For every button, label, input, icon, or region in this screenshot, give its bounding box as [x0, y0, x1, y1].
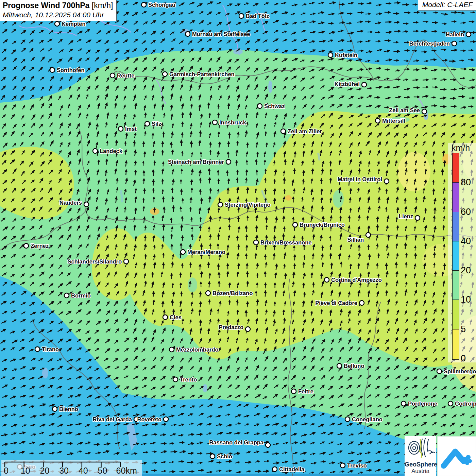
city-dot: [239, 14, 244, 18]
city-dot: [185, 32, 190, 36]
city-label: Treviso: [347, 462, 367, 469]
city-dot: [452, 41, 457, 46]
legend-label-10: 10: [461, 294, 471, 305]
legend-label-60: 60: [461, 206, 471, 217]
city-cles: Cles: [163, 314, 182, 320]
city-mezzolombardo: Mezzolombardo: [169, 346, 219, 353]
model-label: Modell: C-LAEF: [418, 0, 476, 11]
city-label: Lienz: [399, 213, 413, 219]
city-label: Nauders: [60, 200, 82, 206]
legend-seg-80: [453, 153, 459, 183]
city-label: Sillian: [347, 237, 364, 243]
city-label: Murnau am Staffelsee: [192, 31, 250, 37]
city-schlanders-silandro: Schlanders/Silandro: [67, 258, 129, 265]
city-label: Spilimbergo: [444, 368, 476, 374]
legend-seg-60: [453, 183, 459, 212]
legend-seg-5: [453, 300, 459, 329]
wind-forecast-map: SchongauBad TölzKemptenMurnau am Staffel…: [0, 0, 476, 476]
legend-title: km/h: [452, 143, 470, 153]
city-label: Schwaz: [264, 103, 285, 109]
city-reutte: Reutte: [110, 72, 134, 79]
city-label: Bozen/Bolzano: [213, 290, 253, 296]
city-label: Tirano: [42, 346, 59, 352]
legend-label-5: 5: [461, 324, 466, 334]
city-label: Bassano del Grappa: [209, 439, 264, 445]
city-silz: Silz: [145, 121, 161, 127]
city-garmisch-partenkirchen: Garmisch-Partenkirchen: [163, 71, 235, 77]
legend-label-0: 0: [461, 353, 466, 364]
city-riva-del-garda: Riva del Garda: [92, 416, 139, 422]
distance-scalebar: 0102030405060km: [1, 460, 142, 476]
city-label: Silz: [152, 121, 161, 127]
city-dot: [145, 121, 150, 126]
city-dot: [448, 401, 453, 406]
city-label: Reutte: [117, 72, 134, 79]
city-dot: [163, 72, 167, 76]
legend-seg-40: [453, 212, 459, 241]
city-dot: [254, 240, 258, 245]
city-label: Predazzo: [219, 324, 243, 330]
city-imst: Imst: [118, 126, 137, 132]
city-berchtesgaden: Berchtesgaden: [409, 40, 457, 47]
city-label: Pordenone: [408, 401, 437, 407]
city-dot: [50, 68, 55, 72]
city-dot: [291, 389, 296, 394]
city-label: Zell am See: [389, 107, 420, 113]
legend-label-80: 80: [461, 177, 471, 188]
geosphere-contour-icon: [405, 436, 436, 459]
city-trento: Trento: [173, 376, 197, 382]
city-label: Kempten: [62, 21, 86, 27]
city-feltre: Feltre: [291, 388, 313, 394]
city-label: Brixen/Bressanone: [260, 239, 311, 245]
city-dot: [324, 277, 329, 282]
city-label: Feltre: [298, 388, 313, 394]
city-dot: [118, 126, 123, 131]
city-dot: [163, 315, 168, 320]
scale-tick-10: 10: [21, 466, 30, 476]
page-title: Prognose Wind 700hPa [km/h]: [3, 1, 113, 11]
city-label: Zell am Ziller: [288, 128, 322, 134]
scale-tick-30: 30: [59, 466, 69, 476]
city-label: Riva del Garda: [92, 416, 132, 422]
city-treviso: Treviso: [340, 462, 367, 469]
city-codroipo: Codroipo: [448, 401, 476, 407]
city-dot: [266, 443, 270, 447]
city-label: Hallein: [446, 31, 464, 37]
city-steinach-am-brenner: Steinach am Brenner: [168, 159, 231, 165]
city-tirano: Tirano: [35, 346, 59, 352]
city-bozen-bolzano: Bozen/Bolzano: [206, 290, 253, 296]
geosphere-logo: GeoSphere Austria: [405, 436, 436, 476]
city-cortina-d-ampezzo: Cortina d'Ampezzo: [324, 277, 382, 283]
city-dot: [293, 222, 298, 227]
city-label: Schlanders/Silandro: [67, 258, 122, 265]
title-unit: [km/h]: [89, 1, 113, 10]
city-dot: [226, 159, 231, 164]
city-schio: Schio: [210, 453, 232, 459]
city-dot: [55, 21, 60, 26]
city-dot: [181, 250, 185, 254]
city-label: Belluno: [344, 363, 364, 369]
city-label: Bad Tölz: [246, 13, 269, 19]
legend-seg-0: [453, 329, 459, 359]
city-label: Schio: [217, 453, 232, 459]
scale-tick-60km: 60km: [116, 466, 137, 476]
city-dot: [245, 327, 250, 332]
city-murnau-am-staffelsee: Murnau am Staffelsee: [185, 31, 250, 37]
city-label: Imst: [125, 126, 137, 132]
city-label: Kitzbühel: [335, 81, 360, 87]
geosphere-name: GeoSphere: [405, 461, 436, 468]
city-label: Bienno: [59, 406, 78, 412]
scale-tick-40: 40: [79, 466, 88, 476]
city-label: Landeck: [100, 148, 123, 154]
city-bruneck-brunico: Bruneck/Brunico: [293, 222, 345, 228]
city-label: Pieve di Cadore: [315, 300, 357, 306]
city-dot: [24, 243, 29, 248]
city-label: Matrei in Osttirol: [338, 176, 382, 182]
city-dot: [52, 407, 57, 411]
city-label: Zernez: [31, 243, 49, 249]
scale-tick-50: 50: [98, 466, 107, 476]
city-brixen-bressanone: Brixen/Bressanone: [254, 239, 311, 245]
scale-tick-20: 20: [40, 466, 49, 476]
city-dot: [359, 301, 364, 305]
city-dot: [375, 118, 380, 123]
